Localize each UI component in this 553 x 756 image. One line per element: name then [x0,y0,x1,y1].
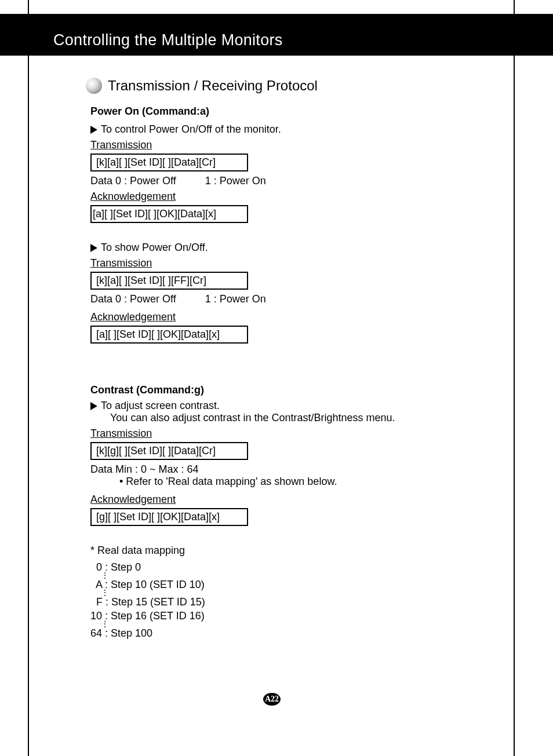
power-ack-box-2: [a][ ][Set ID][ ][OK][Data][x] [90,326,248,344]
contrast-refer-text: Refer to 'Real data mapping' as shown be… [126,476,337,487]
mapping-list: 0 : Step 0 ⋮ A : Step 10 (SET ID 10) ⋮ F… [90,560,496,640]
mapping-line-2: A : Step 10 (SET ID 10) [90,578,496,591]
bullet-sphere-icon [86,78,102,94]
contrast-heading: Contrast (Command:g) [90,384,496,396]
contrast-desc-1: To adjust screen contrast. [90,400,496,412]
power-desc-2-text: To show Power On/Off. [101,242,208,253]
arrow-right-icon [90,126,97,134]
contrast-tx-label: Transmission [90,428,496,440]
power-desc-2: To show Power On/Off. [90,242,496,254]
bullet-icon [119,476,126,487]
acknowledgement-label-2: Acknowledgement [90,311,496,323]
power-tx-box-2: [k][a][ ][Set ID][ ][FF][Cr] [90,272,248,290]
arrow-right-icon [90,244,97,252]
contrast-ack-label: Acknowledgement [90,494,496,506]
mapping-line-3: F : Step 15 (SET ID 15) [90,595,496,609]
acknowledgement-label: Acknowledgement [90,191,496,203]
mapping-line-5: 64 : Step 100 [90,626,496,640]
content-area: Power On (Command:a) To control Power On… [90,105,496,640]
arrow-right-icon [90,402,97,410]
page-number: A22 [263,693,281,706]
power-desc-1-text: To control Power On/Off of the monitor. [101,123,281,135]
header-title: Controlling the Multiple Monitors [53,31,283,49]
contrast-data-line: Data Min : 0 ~ Max : 64 [90,463,496,476]
contrast-desc-1-text: To adjust screen contrast. [101,400,220,411]
mapping-line-4: 10 : Step 16 (SET ID 16) [90,609,496,623]
mapping-title: * Real data mapping [90,545,496,557]
contrast-ack-box: [g][ ][Set ID][ ][OK][Data][x] [90,508,248,526]
power-data-line-2: Data 0 : Power Off 1 : Power On [90,293,496,305]
power-tx-box-1: [k][a][ ][Set ID][ ][Data][Cr] [90,154,248,171]
transmission-label-2: Transmission [90,257,496,269]
power-ack-box-1: [a][ ][Set ID][ ][OK][Data][x] [90,205,248,223]
contrast-desc-2: You can also adjust contrast in the Cont… [90,412,496,424]
transmission-label: Transmission [90,139,496,151]
contrast-tx-box: [k][g][ ][Set ID][ ][Data][Cr] [90,442,248,460]
contrast-refer-line: Refer to 'Real data mapping' as shown be… [90,476,496,488]
power-heading: Power On (Command:a) [90,105,496,118]
mapping-line-1: 0 : Step 0 [90,560,496,574]
power-data-line-1: Data 0 : Power Off 1 : Power On [90,175,496,187]
section-title: Transmission / Receiving Protocol [108,78,318,94]
power-desc-1: To control Power On/Off of the monitor. [90,123,496,136]
